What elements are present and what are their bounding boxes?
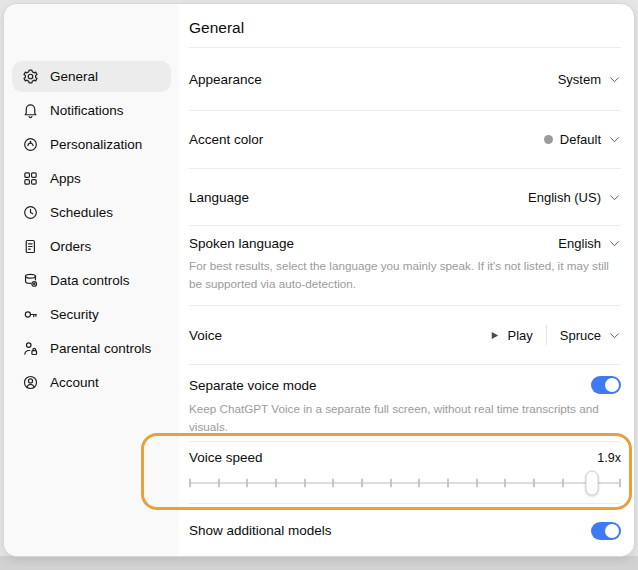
show-additional-models-row: Show additional models — [189, 503, 621, 556]
sidebar-item-label: Notifications — [50, 103, 124, 118]
voice-speed-slider[interactable] — [189, 470, 621, 496]
account-icon — [22, 374, 39, 391]
page-background-strip — [0, 556, 638, 570]
personalization-icon — [22, 136, 39, 153]
chevron-down-icon — [608, 191, 621, 204]
voice-speed-row: Voice speed 1.9x — [189, 441, 621, 503]
sidebar-item-label: Personalization — [50, 137, 142, 152]
language-label: Language — [189, 190, 249, 205]
slider-tick — [361, 479, 363, 488]
sidebar-item-orders[interactable]: Orders — [12, 231, 171, 262]
sidebar-item-label: General — [50, 69, 98, 84]
slider-tick — [189, 479, 191, 488]
clock-icon — [22, 204, 39, 221]
spoken-language-label: Spoken language — [189, 236, 294, 251]
appearance-value: System — [558, 72, 601, 87]
page-title: General — [189, 17, 621, 38]
accent-color-swatch — [544, 135, 553, 144]
apps-grid-icon — [22, 170, 39, 187]
voice-value: Spruce — [560, 328, 601, 343]
sidebar-item-personalization[interactable]: Personalization — [12, 129, 171, 160]
spoken-language-description: For best results, select the language yo… — [189, 257, 621, 292]
slider-tick — [562, 479, 564, 488]
accent-color-value: Default — [560, 132, 601, 147]
language-value: English (US) — [528, 190, 601, 205]
voice-speed-value: 1.9x — [597, 451, 621, 465]
settings-sidebar: GeneralNotificationsPersonalizationAppsS… — [4, 4, 179, 556]
gear-icon — [22, 68, 39, 85]
slider-tick — [304, 479, 306, 488]
slider-tick — [390, 479, 392, 488]
slider-tick — [476, 479, 478, 488]
accent-color-select[interactable]: Default — [544, 132, 621, 147]
play-label: Play — [508, 328, 533, 343]
spoken-language-value: English — [558, 236, 601, 251]
appearance-select[interactable]: System — [558, 72, 621, 87]
play-icon — [489, 330, 500, 341]
sidebar-nav: GeneralNotificationsPersonalizationAppsS… — [12, 61, 171, 398]
sidebar-item-label: Apps — [50, 171, 81, 186]
key-icon — [22, 306, 39, 323]
bell-icon — [22, 102, 39, 119]
slider-handle[interactable] — [586, 471, 599, 496]
settings-dialog: GeneralNotificationsPersonalizationAppsS… — [3, 3, 635, 557]
sidebar-item-label: Account — [50, 375, 99, 390]
chevron-down-icon — [608, 73, 621, 86]
chevron-down-icon — [608, 237, 621, 250]
close-button[interactable] — [20, 19, 48, 47]
sidebar-item-parental-controls[interactable]: Parental controls — [12, 333, 171, 364]
language-row: Language English (US) — [189, 168, 621, 225]
appearance-row: Appearance System — [189, 48, 621, 110]
sidebar-item-label: Data controls — [50, 273, 130, 288]
separate-voice-mode-description: Keep ChatGPT Voice in a separate full sc… — [189, 400, 621, 435]
toggle-knob — [605, 378, 619, 392]
sidebar-item-label: Parental controls — [50, 341, 151, 356]
play-voice-button[interactable]: Play — [489, 328, 533, 343]
separate-voice-mode-label: Separate voice mode — [189, 378, 317, 393]
sidebar-item-account[interactable]: Account — [12, 367, 171, 398]
appearance-label: Appearance — [189, 72, 262, 87]
voice-select[interactable]: Spruce — [560, 328, 621, 343]
settings-panel: General Appearance System Accent color D… — [179, 4, 634, 556]
spoken-language-select[interactable]: English — [558, 236, 621, 251]
sidebar-item-data-controls[interactable]: Data controls — [12, 265, 171, 296]
slider-tick — [533, 479, 535, 488]
spoken-language-row: Spoken language English For best results… — [189, 225, 621, 305]
toggle-knob — [605, 524, 619, 538]
accent-color-label: Accent color — [189, 132, 263, 147]
receipt-icon — [22, 238, 39, 255]
separate-voice-mode-toggle[interactable] — [591, 376, 621, 394]
voice-label: Voice — [189, 328, 222, 343]
slider-tick — [275, 479, 277, 488]
show-additional-models-toggle[interactable] — [591, 522, 621, 540]
slider-tick — [246, 479, 248, 488]
sidebar-item-label: Schedules — [50, 205, 113, 220]
slider-ticks — [189, 479, 621, 488]
slider-tick — [418, 479, 420, 488]
sidebar-item-schedules[interactable]: Schedules — [12, 197, 171, 228]
show-additional-models-label: Show additional models — [189, 523, 332, 538]
divider — [546, 325, 547, 345]
slider-tick — [447, 479, 449, 488]
separate-voice-mode-row: Separate voice mode Keep ChatGPT Voice i… — [189, 364, 621, 441]
database-icon — [22, 272, 39, 289]
sidebar-item-security[interactable]: Security — [12, 299, 171, 330]
person-lock-icon — [22, 340, 39, 357]
sidebar-item-notifications[interactable]: Notifications — [12, 95, 171, 126]
chevron-down-icon — [608, 329, 621, 342]
accent-color-row: Accent color Default — [189, 110, 621, 168]
chevron-down-icon — [608, 133, 621, 146]
sidebar-item-general[interactable]: General — [12, 61, 171, 92]
slider-tick — [504, 479, 506, 488]
slider-tick — [218, 479, 220, 488]
language-select[interactable]: English (US) — [528, 190, 621, 205]
slider-tick — [619, 479, 621, 488]
sidebar-item-label: Security — [50, 307, 99, 322]
slider-tick — [332, 479, 334, 488]
voice-row: Voice Play Spruce — [189, 305, 621, 364]
sidebar-item-label: Orders — [50, 239, 91, 254]
sidebar-item-apps[interactable]: Apps — [12, 163, 171, 194]
voice-speed-label: Voice speed — [189, 450, 263, 465]
